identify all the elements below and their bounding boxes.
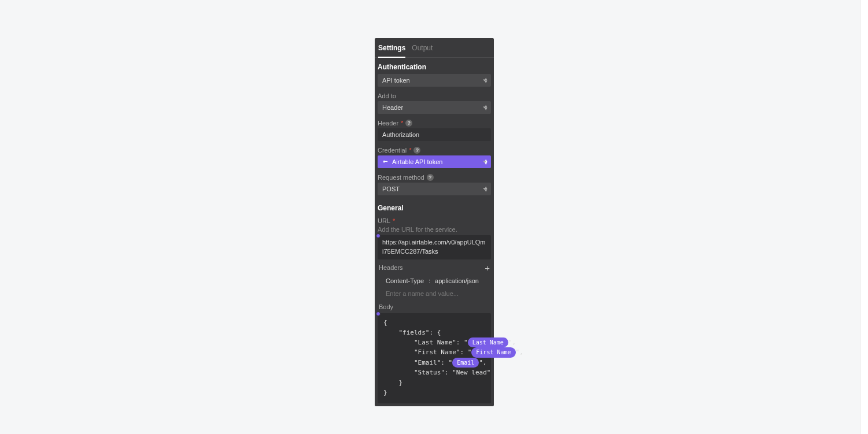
url-hint: Add the URL for the service. xyxy=(378,226,491,235)
variable-chip-firstname[interactable]: First Name xyxy=(471,347,515,358)
required-mark: * xyxy=(393,217,395,224)
required-mark: * xyxy=(409,147,411,154)
url-input[interactable]: https://api.airtable.com/v0/appULQmi75EM… xyxy=(378,235,491,259)
required-mark: * xyxy=(401,120,403,127)
header-name: Content-Type xyxy=(386,277,424,284)
tab-settings[interactable]: Settings xyxy=(378,44,405,58)
key-icon xyxy=(382,159,389,165)
updown-icon: ▴▾ xyxy=(485,186,487,192)
variable-chip-email[interactable]: Email xyxy=(452,358,479,368)
addto-label: Add to xyxy=(378,90,491,101)
help-icon[interactable]: ? xyxy=(413,147,420,154)
updown-icon: ▴▾ xyxy=(485,77,487,83)
settings-panel: Settings Output Authentication API token… xyxy=(375,38,494,406)
credential-value: Airtable API token xyxy=(392,158,442,165)
header-value: application/json xyxy=(435,277,479,284)
header-label: Header * ? xyxy=(378,117,491,128)
header-placeholder-input[interactable]: Enter a name and value... xyxy=(378,287,491,300)
body-editor[interactable]: { "fields": { "Last Name": "Last Name", … xyxy=(378,313,491,403)
help-icon[interactable]: ? xyxy=(405,120,412,127)
updown-icon: ▴▾ xyxy=(485,105,487,110)
body-label: Body xyxy=(378,300,491,313)
general-section: General URL * Add the URL for the servic… xyxy=(375,199,494,403)
tab-bar: Settings Output xyxy=(375,38,494,58)
headers-bar: Headers + xyxy=(378,261,491,275)
credential-label: Credential * ? xyxy=(378,144,491,155)
addto-value: Header xyxy=(382,104,403,111)
tab-output[interactable]: Output xyxy=(412,44,433,57)
header-separator: : xyxy=(429,277,430,284)
page-scrollbar[interactable] xyxy=(860,0,868,434)
add-header-button[interactable]: + xyxy=(485,264,490,272)
auth-type-value: API token xyxy=(382,77,410,84)
method-value: POST xyxy=(382,186,400,192)
url-label: URL * xyxy=(378,215,491,226)
variable-marker-icon xyxy=(376,311,381,316)
auth-title: Authentication xyxy=(378,61,491,74)
headers-label: Headers xyxy=(379,264,403,271)
updown-icon: ▴▾ xyxy=(485,159,487,165)
auth-section: Authentication API token ▴▾ Add to Heade… xyxy=(375,58,494,195)
variable-chip-lastname[interactable]: Last Name xyxy=(468,337,508,348)
credential-select[interactable]: Airtable API token ▴▾ xyxy=(378,155,491,168)
variable-marker-icon xyxy=(376,233,381,238)
method-label: Request method ? xyxy=(378,172,491,183)
method-select[interactable]: POST ▴▾ xyxy=(378,183,491,195)
header-input[interactable]: Authorization xyxy=(378,128,491,141)
general-title: General xyxy=(378,202,491,215)
help-icon[interactable]: ? xyxy=(427,174,434,181)
auth-type-select[interactable]: API token ▴▾ xyxy=(378,74,491,87)
addto-select[interactable]: Header ▴▾ xyxy=(378,101,491,114)
header-row[interactable]: Content-Type : application/json xyxy=(378,275,491,287)
